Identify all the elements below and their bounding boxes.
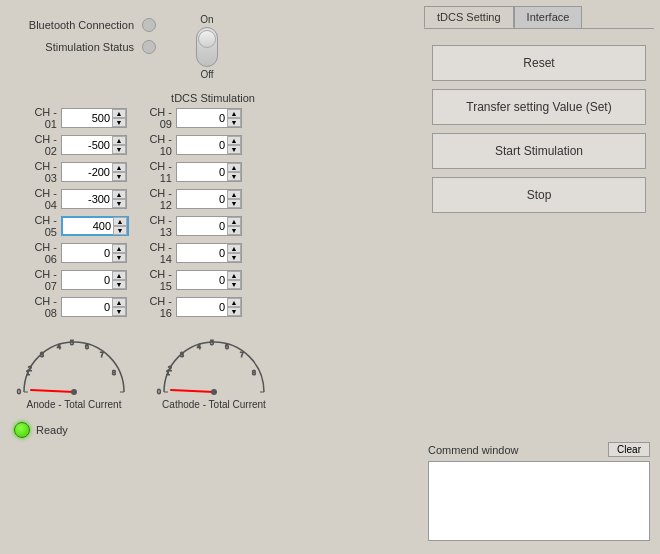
ch01-input[interactable] xyxy=(62,109,112,127)
ch12-up[interactable]: ▲ xyxy=(227,190,241,199)
channel-row-11: CH - 11 ▲ ▼ xyxy=(137,160,242,184)
ch02-up[interactable]: ▲ xyxy=(112,136,126,145)
ch13-input-wrapper: ▲ ▼ xyxy=(176,216,242,236)
ch11-spinner: ▲ ▼ xyxy=(227,163,241,181)
ch03-input[interactable] xyxy=(62,163,112,181)
ch08-input[interactable] xyxy=(62,298,112,316)
ready-label: Ready xyxy=(36,424,68,436)
channel-row-16: CH - 16 ▲ ▼ xyxy=(137,295,242,319)
ch10-down[interactable]: ▼ xyxy=(227,145,241,154)
ch14-down[interactable]: ▼ xyxy=(227,253,241,262)
stop-button[interactable]: Stop xyxy=(432,177,646,213)
transfer-button[interactable]: Transfer setting Value (Set) xyxy=(432,89,646,125)
ch07-input-wrapper: ▲ ▼ xyxy=(61,270,127,290)
ch10-input-wrapper: ▲ ▼ xyxy=(176,135,242,155)
svg-line-39 xyxy=(171,390,214,392)
channel-row-03: CH - 03 ▲ ▼ xyxy=(22,160,129,184)
stimulation-indicator xyxy=(142,40,156,54)
ch14-input-wrapper: ▲ ▼ xyxy=(176,243,242,263)
ch08-input-wrapper: ▲ ▼ xyxy=(61,297,127,317)
ch15-up[interactable]: ▲ xyxy=(227,271,241,280)
ch15-down[interactable]: ▼ xyxy=(227,280,241,289)
ch06-spinner: ▲ ▼ xyxy=(112,244,126,262)
svg-point-40 xyxy=(211,389,217,395)
svg-text:0: 0 xyxy=(17,388,21,395)
svg-text:6: 6 xyxy=(85,343,89,350)
ch10-up[interactable]: ▲ xyxy=(227,136,241,145)
channel-row-05: CH - 05 ▲ ▼ xyxy=(22,214,129,238)
right-content: Reset Transfer setting Value (Set) Start… xyxy=(424,33,654,434)
ch03-up[interactable]: ▲ xyxy=(112,163,126,172)
ch14-input[interactable] xyxy=(177,244,227,262)
ch07-down[interactable]: ▼ xyxy=(112,280,126,289)
ch06-input[interactable] xyxy=(62,244,112,262)
ch13-label: CH - 13 xyxy=(137,214,172,238)
anode-label: Anode - Total Current xyxy=(27,399,122,410)
channels-right-col: CH - 09 ▲ ▼ CH - 10 xyxy=(137,106,242,319)
ch07-input[interactable] xyxy=(62,271,112,289)
top-area: Bluetooth Connection Stimulation Status … xyxy=(6,6,420,88)
command-textarea[interactable] xyxy=(428,461,650,541)
tab-tdcs-setting[interactable]: tDCS Setting xyxy=(424,6,514,28)
anode-gauge: 0 1 2 3 4 5 6 xyxy=(14,327,134,410)
ch02-input[interactable] xyxy=(62,136,112,154)
status-column: Bluetooth Connection Stimulation Status xyxy=(14,14,156,54)
ch05-up[interactable]: ▲ xyxy=(113,217,127,226)
ch12-label: CH - 12 xyxy=(137,187,172,211)
ch09-input[interactable] xyxy=(177,109,227,127)
svg-text:8: 8 xyxy=(112,369,116,376)
ch16-down[interactable]: ▼ xyxy=(227,307,241,316)
tab-interface[interactable]: Interface xyxy=(514,6,583,28)
ch06-down[interactable]: ▼ xyxy=(112,253,126,262)
ch04-up[interactable]: ▲ xyxy=(112,190,126,199)
ch01-up[interactable]: ▲ xyxy=(112,109,126,118)
svg-text:5: 5 xyxy=(210,339,214,346)
svg-text:2: 2 xyxy=(28,365,32,372)
ch08-spinner: ▲ ▼ xyxy=(112,298,126,316)
ch15-label: CH - 15 xyxy=(137,268,172,292)
ch11-up[interactable]: ▲ xyxy=(227,163,241,172)
svg-text:0: 0 xyxy=(157,388,161,395)
ch04-down[interactable]: ▼ xyxy=(112,199,126,208)
ch11-input[interactable] xyxy=(177,163,227,181)
svg-text:4: 4 xyxy=(197,343,201,350)
reset-button[interactable]: Reset xyxy=(432,45,646,81)
ch09-up[interactable]: ▲ xyxy=(227,109,241,118)
ch05-input[interactable] xyxy=(63,217,113,235)
ch05-down[interactable]: ▼ xyxy=(113,226,127,235)
ch12-input[interactable] xyxy=(177,190,227,208)
ch11-down[interactable]: ▼ xyxy=(227,172,241,181)
ch07-label: CH - 07 xyxy=(22,268,57,292)
ch04-input[interactable] xyxy=(62,190,112,208)
ch01-down[interactable]: ▼ xyxy=(112,118,126,127)
ready-section: Ready xyxy=(6,418,420,442)
ch02-down[interactable]: ▼ xyxy=(112,145,126,154)
ch16-up[interactable]: ▲ xyxy=(227,298,241,307)
ch15-spinner: ▲ ▼ xyxy=(227,271,241,289)
ch15-input[interactable] xyxy=(177,271,227,289)
ch06-up[interactable]: ▲ xyxy=(112,244,126,253)
ch09-input-wrapper: ▲ ▼ xyxy=(176,108,242,128)
bluetooth-row: Bluetooth Connection xyxy=(14,18,156,32)
clear-button[interactable]: Clear xyxy=(608,442,650,457)
ch13-down[interactable]: ▼ xyxy=(227,226,241,235)
channels-wrapper: tDCS Stimulation CH - 01 ▲ ▼ xyxy=(6,92,420,319)
stimulation-status-label: Stimulation Status xyxy=(14,41,134,53)
toggle-switch[interactable] xyxy=(196,27,218,67)
toggle-on-label: On xyxy=(200,14,213,25)
ch03-down[interactable]: ▼ xyxy=(112,172,126,181)
ch16-input[interactable] xyxy=(177,298,227,316)
ch14-up[interactable]: ▲ xyxy=(227,244,241,253)
cathode-label: Cathode - Total Current xyxy=(162,399,266,410)
start-stimulation-button[interactable]: Start Stimulation xyxy=(432,133,646,169)
ch13-input[interactable] xyxy=(177,217,227,235)
ch13-up[interactable]: ▲ xyxy=(227,217,241,226)
ch08-down[interactable]: ▼ xyxy=(112,307,126,316)
ch08-up[interactable]: ▲ xyxy=(112,298,126,307)
ch12-down[interactable]: ▼ xyxy=(227,199,241,208)
channel-row-14: CH - 14 ▲ ▼ xyxy=(137,241,242,265)
channel-row-08: CH - 08 ▲ ▼ xyxy=(22,295,129,319)
ch10-input[interactable] xyxy=(177,136,227,154)
ch07-up[interactable]: ▲ xyxy=(112,271,126,280)
ch09-down[interactable]: ▼ xyxy=(227,118,241,127)
